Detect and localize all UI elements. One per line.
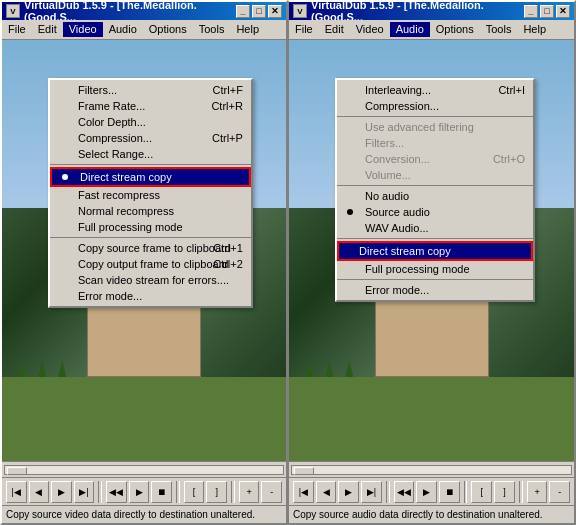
right-app-icon: V [293,4,307,18]
tb-zoom-in[interactable]: + [239,481,260,503]
left-menu-file[interactable]: File [2,22,32,37]
left-scrollbar-track[interactable] [4,465,284,475]
tb-play-back[interactable]: ◀◀ [106,481,127,503]
right-menu-video[interactable]: Video [350,22,390,37]
right-building [375,145,489,377]
left-menu-edit[interactable]: Edit [32,22,63,37]
tb-sep-3 [231,481,235,503]
left-status-bar: Copy source video data directly to desti… [2,505,286,523]
tb-sep-2 [176,481,180,503]
tb-skip-start[interactable]: |◀ [6,481,27,503]
right-menu-bar: File Edit Video Audio Options Tools Help [289,20,574,40]
left-video-frame [2,40,286,461]
win-pane [171,154,194,164]
tb-next-frame[interactable]: ▶ [51,481,72,503]
right-video-area: Interleaving...Ctrl+I Compression... Use… [289,40,574,461]
right-ground [289,377,574,461]
right-title-bar: V VirtualDub 1.5.9 - [The.Medallion.(Goo… [289,2,574,20]
right-menu-edit[interactable]: Edit [319,22,350,37]
win-pane [459,167,482,177]
left-scrollbar[interactable] [2,461,286,477]
win-pane [145,154,168,164]
tb-prev-frame[interactable]: ◀ [29,481,50,503]
win-pane [433,154,456,164]
left-close-button[interactable]: ✕ [268,5,282,18]
right-window: V VirtualDub 1.5.9 - [The.Medallion.(Goo… [288,0,576,525]
right-tb-skip-start[interactable]: |◀ [293,481,314,503]
win-pane [94,167,117,177]
right-title-buttons: _ □ ✕ [524,5,570,18]
right-tb-next-frame[interactable]: ▶ [338,481,359,503]
left-building [87,145,201,377]
win-pane [120,167,143,177]
right-menu-help[interactable]: Help [517,22,552,37]
left-menu-options[interactable]: Options [143,22,193,37]
right-toolbar: |◀ ◀ ▶ ▶| ◀◀ ▶ ⏹ [ ] + - [289,477,574,505]
win-pane [407,167,430,177]
right-menu-options[interactable]: Options [430,22,480,37]
right-status-text: Copy source audio data directly to desti… [293,509,543,520]
right-status-bar: Copy source audio data directly to desti… [289,505,574,523]
right-scrollbar[interactable] [289,461,574,477]
right-close-button[interactable]: ✕ [556,5,570,18]
win-pane [382,154,405,164]
right-menu-file[interactable]: File [289,22,319,37]
right-tb-stop[interactable]: ⏹ [439,481,460,503]
left-toolbar: |◀ ◀ ▶ ▶| ◀◀ ▶ ⏹ [ ] + - [2,477,286,505]
win-pane [94,154,117,164]
right-tb-play-back[interactable]: ◀◀ [394,481,415,503]
win-pane [120,154,143,164]
left-ground [2,377,286,461]
tb-mark-out[interactable]: ] [206,481,227,503]
win-pane [433,167,456,177]
right-tb-skip-end[interactable]: ▶| [361,481,382,503]
left-menu-video[interactable]: Video [63,22,103,37]
tb-sep-1 [98,481,102,503]
right-tb-zoom-out[interactable]: - [549,481,570,503]
left-menu-audio[interactable]: Audio [103,22,143,37]
right-maximize-button[interactable]: □ [540,5,554,18]
win-pane [145,167,168,177]
right-tb-sep-2 [464,481,468,503]
right-minimize-button[interactable]: _ [524,5,538,18]
right-building-windows [376,146,488,185]
right-tb-zoom-in[interactable]: + [527,481,548,503]
right-tb-prev-frame[interactable]: ◀ [316,481,337,503]
tb-play[interactable]: ▶ [129,481,150,503]
right-tb-mark-out[interactable]: ] [494,481,515,503]
right-scrollbar-track[interactable] [291,465,572,475]
right-tb-mark-in[interactable]: [ [471,481,492,503]
right-tb-play[interactable]: ▶ [416,481,437,503]
right-scrollbar-thumb[interactable] [294,467,314,475]
left-minimize-button[interactable]: _ [236,5,250,18]
win-pane [382,167,405,177]
left-maximize-button[interactable]: □ [252,5,266,18]
left-building-windows [88,146,200,185]
win-pane [459,154,482,164]
right-tb-sep-3 [519,481,523,503]
win-pane [407,154,430,164]
left-menu-bar: File Edit Video Audio Options Tools Help [2,20,286,40]
tb-stop[interactable]: ⏹ [151,481,172,503]
left-video-area: Filters...Ctrl+F Frame Rate...Ctrl+R Col… [2,40,286,461]
left-title-bar: V VirtualDub 1.5.9 - [The.Medallion.(Goo… [2,2,286,20]
right-menu-tools[interactable]: Tools [480,22,518,37]
right-tb-sep-1 [386,481,390,503]
left-menu-tools[interactable]: Tools [193,22,231,37]
left-menu-help[interactable]: Help [230,22,265,37]
left-app-icon: V [6,4,20,18]
left-scrollbar-thumb[interactable] [7,467,27,475]
left-title-buttons: _ □ ✕ [236,5,282,18]
win-pane [171,167,194,177]
left-window: V VirtualDub 1.5.9 - [The.Medallion.(Goo… [0,0,288,525]
tb-skip-end[interactable]: ▶| [74,481,95,503]
left-status-text: Copy source video data directly to desti… [6,509,255,520]
tb-zoom-out[interactable]: - [261,481,282,503]
tb-mark-in[interactable]: [ [184,481,205,503]
right-menu-audio[interactable]: Audio [390,22,430,37]
right-video-frame [289,40,574,461]
